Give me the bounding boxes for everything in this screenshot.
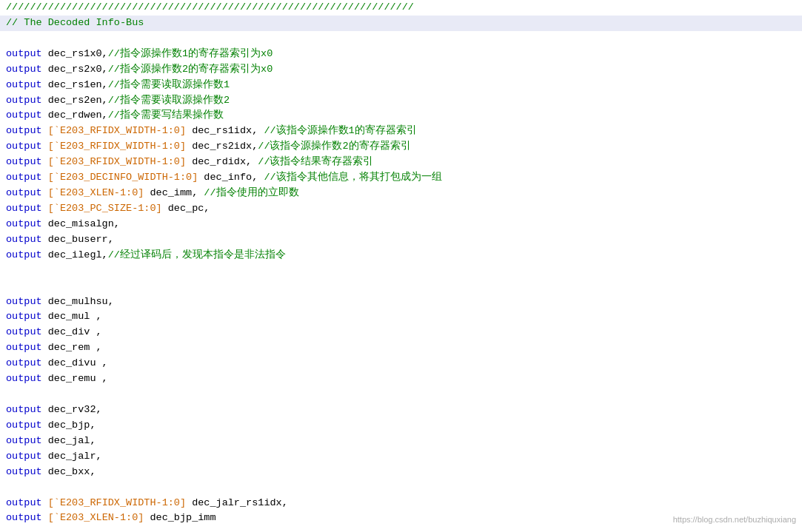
code-span: dec_rdidx, <box>186 156 258 167</box>
code-line-12: output [`E203_XLEN-1:0] dec_imm, //指令使用的… <box>0 186 802 201</box>
code-line-29: output dec_jalr, <box>0 449 802 465</box>
code-line-14: output dec_misalgn, <box>0 217 802 232</box>
code-span: output <box>6 296 42 307</box>
code-span: [`E203_XLEN-1:0] <box>48 512 144 523</box>
code-span: dec_rdwen, <box>42 110 108 121</box>
code-span: output <box>6 95 42 106</box>
code-line-30: output dec_bxx, <box>0 465 802 480</box>
code-line-10: output [`E203_RFIDX_WIDTH-1:0] dec_rdidx… <box>0 155 802 170</box>
code-span: output <box>6 203 42 214</box>
code-line-9: output [`E203_RFIDX_WIDTH-1:0] dec_rs2id… <box>0 139 802 155</box>
code-span <box>42 187 48 198</box>
code-span: dec_ilegl, <box>42 249 108 260</box>
code-line-31 <box>0 480 802 496</box>
code-span <box>42 141 48 152</box>
code-line-7: output dec_rdwen,//指令需要写结果操作数 <box>0 108 802 124</box>
code-line-25 <box>0 387 802 403</box>
code-span: dec_rs1x0, <box>42 48 108 59</box>
code-span <box>42 125 48 136</box>
code-span <box>42 156 48 167</box>
code-span: //指令需要写结果操作数 <box>108 110 224 121</box>
code-span: dec_bjp_imm <box>144 512 215 523</box>
code-line-26: output dec_rv32, <box>0 403 802 418</box>
code-span: dec_remu , <box>42 373 108 384</box>
code-span: dec_bxx, <box>42 466 96 477</box>
code-line-13: output [`E203_PC_SIZE-1:0] dec_pc, <box>0 201 802 217</box>
code-span: [`E203_RFIDX_WIDTH-1:0] <box>48 125 186 136</box>
code-span: output <box>6 512 42 523</box>
code-span: output <box>6 234 42 245</box>
code-line-4: output dec_rs2x0,//指令源操作数2的寄存器索引为x0 <box>0 62 802 78</box>
code-line-2 <box>0 31 802 47</box>
code-span: output <box>6 125 42 136</box>
code-span: output <box>6 48 42 59</box>
code-span: dec_imm, <box>144 187 204 198</box>
code-span: output <box>6 326 42 337</box>
code-span: dec_divu , <box>42 357 108 368</box>
code-span: output <box>6 218 42 229</box>
code-span: dec_jal, <box>42 435 96 446</box>
code-span: [`E203_XLEN-1:0] <box>48 187 144 198</box>
code-span: output <box>6 420 42 431</box>
code-span: output <box>6 497 42 508</box>
code-span: dec_mul , <box>42 311 102 322</box>
code-span: output <box>6 466 42 477</box>
code-span: //该指令源操作数1的寄存器索引 <box>264 125 416 136</box>
code-span: dec_pc, <box>162 203 210 214</box>
code-span: dec_buserr, <box>42 234 114 245</box>
code-span: output <box>6 357 42 368</box>
code-span: dec_jalr, <box>42 451 102 462</box>
code-span: output <box>6 64 42 75</box>
code-line-15: output dec_buserr, <box>0 232 802 248</box>
code-span: dec_mulhsu, <box>42 296 114 307</box>
code-line-28: output dec_jal, <box>0 434 802 449</box>
code-span: //经过译码后，发现本指令是非法指令 <box>108 249 286 260</box>
code-span: [`E203_DECINFO_WIDTH-1:0] <box>48 172 198 183</box>
code-line-8: output [`E203_RFIDX_WIDTH-1:0] dec_rs1id… <box>0 124 802 139</box>
code-line-3: output dec_rs1x0,//指令源操作数1的寄存器索引为x0 <box>0 47 802 62</box>
code-span: dec_rs2en, <box>42 95 108 106</box>
code-span: [`E203_RFIDX_WIDTH-1:0] <box>48 156 186 167</box>
code-span: dec_rs2x0, <box>42 64 108 75</box>
code-span: //该指令结果寄存器索引 <box>258 156 373 167</box>
code-span: [`E203_RFIDX_WIDTH-1:0] <box>48 141 186 152</box>
code-span: output <box>6 311 42 322</box>
code-span: dec_info, <box>198 172 264 183</box>
code-line-22: output dec_rem , <box>0 340 802 356</box>
code-span <box>42 203 48 214</box>
code-span: output <box>6 249 42 260</box>
code-span: [`E203_RFIDX_WIDTH-1:0] <box>48 497 186 508</box>
code-span: output <box>6 404 42 415</box>
code-span: dec_rs1idx, <box>186 125 264 136</box>
code-line-24: output dec_remu , <box>0 371 802 387</box>
code-span: //该指令其他信息，将其打包成为一组 <box>264 172 441 183</box>
code-span: //指令源操作数2的寄存器索引为x0 <box>108 64 273 75</box>
code-line-18 <box>0 279 802 294</box>
code-line-23: output dec_divu , <box>0 356 802 371</box>
code-span <box>42 512 48 523</box>
code-span <box>42 497 48 508</box>
code-span: //该指令源操作数2的寄存器索引 <box>258 141 410 152</box>
code-span: output <box>6 156 42 167</box>
code-span: output <box>6 373 42 384</box>
code-span: output <box>6 110 42 121</box>
code-line-21: output dec_div , <box>0 325 802 340</box>
code-span: output <box>6 187 42 198</box>
code-span: dec_rv32, <box>42 404 102 415</box>
code-span: [`E203_PC_SIZE-1:0] <box>48 203 162 214</box>
code-span: //指令源操作数1的寄存器索引为x0 <box>108 48 273 59</box>
code-line-5: output dec_rs1en,//指令需要读取源操作数1 <box>0 78 802 93</box>
code-span: dec_rs2idx, <box>186 141 258 152</box>
code-span <box>42 172 48 183</box>
code-line-20: output dec_mul , <box>0 309 802 325</box>
code-span: //指令需要读取源操作数1 <box>108 79 230 90</box>
code-line-17 <box>0 263 802 279</box>
code-span: output <box>6 451 42 462</box>
code-span: output <box>6 141 42 152</box>
code-span: dec_jalr_rs1idx, <box>186 497 288 508</box>
code-span: dec_rem , <box>42 342 102 353</box>
code-line-32: output [`E203_RFIDX_WIDTH-1:0] dec_jalr_… <box>0 496 802 511</box>
code-line-16: output dec_ilegl,//经过译码后，发现本指令是非法指令 <box>0 248 802 263</box>
code-span: output <box>6 79 42 90</box>
code-line-27: output dec_bjp, <box>0 418 802 434</box>
